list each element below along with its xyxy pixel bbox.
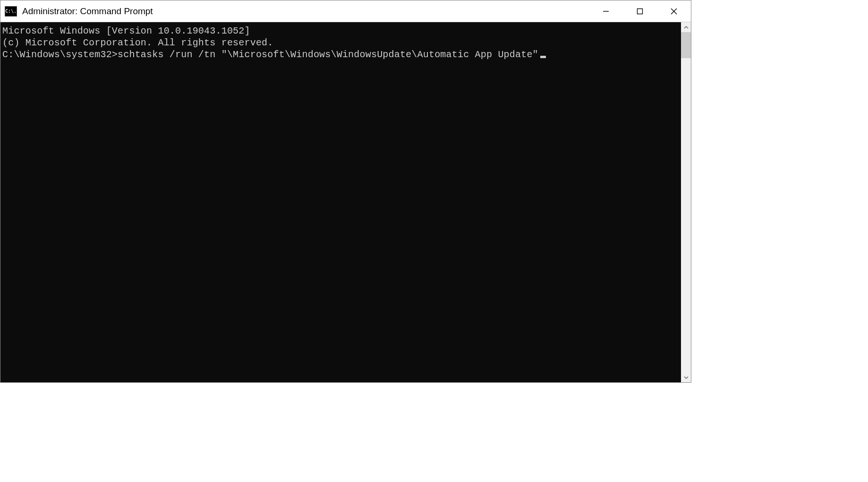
scrollbar-thumb[interactable] bbox=[681, 32, 691, 58]
terminal-line: Microsoft Windows [Version 10.0.19043.10… bbox=[2, 25, 679, 37]
titlebar[interactable]: C:\. Administrator: Command Prompt bbox=[0, 0, 691, 22]
terminal-prompt: C:\Windows\system32> bbox=[2, 49, 118, 60]
scroll-down-button[interactable] bbox=[681, 372, 691, 382]
vertical-scrollbar[interactable] bbox=[681, 22, 691, 382]
terminal-output[interactable]: Microsoft Windows [Version 10.0.19043.10… bbox=[0, 22, 681, 382]
window-title: Administrator: Command Prompt bbox=[21, 6, 589, 17]
terminal-prompt-line: C:\Windows\system32>schtasks /run /tn "\… bbox=[2, 49, 679, 60]
scroll-up-button[interactable] bbox=[681, 22, 691, 32]
minimize-icon bbox=[602, 8, 610, 15]
app-icon: C:\. bbox=[4, 6, 17, 17]
terminal-command: schtasks /run /tn "\Microsoft\Windows\Wi… bbox=[118, 49, 538, 60]
chevron-down-icon bbox=[684, 375, 689, 380]
minimize-button[interactable] bbox=[589, 0, 623, 22]
close-icon bbox=[670, 8, 678, 15]
cmd-window: C:\. Administrator: Command Prompt bbox=[0, 0, 691, 383]
svg-rect-1 bbox=[638, 9, 643, 14]
scrollbar-track[interactable] bbox=[681, 32, 691, 372]
maximize-icon bbox=[636, 8, 644, 15]
maximize-button[interactable] bbox=[623, 0, 657, 22]
content-area: Microsoft Windows [Version 10.0.19043.10… bbox=[0, 22, 691, 382]
window-controls bbox=[589, 0, 691, 22]
chevron-up-icon bbox=[684, 25, 689, 30]
cmd-prompt-icon: C:\. bbox=[5, 6, 17, 17]
cursor-icon bbox=[540, 56, 546, 58]
terminal-line: (c) Microsoft Corporation. All rights re… bbox=[2, 37, 679, 49]
close-button[interactable] bbox=[657, 0, 691, 22]
